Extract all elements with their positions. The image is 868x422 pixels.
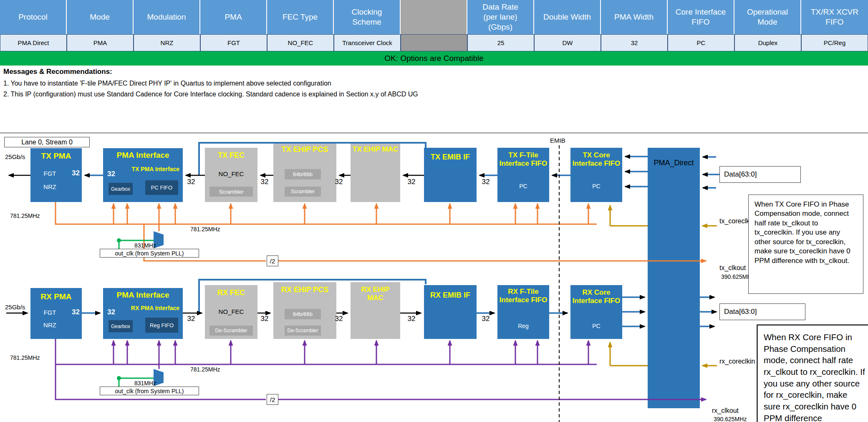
value-double-width[interactable]: DW <box>534 34 601 51</box>
rx-word-clock-freq-label-2: 781.25MHz <box>190 366 220 373</box>
header-fec-type: FEC Type <box>267 0 334 34</box>
tx-pc-fifo-box: PC FIFO <box>145 180 178 195</box>
rx-ftile-fifo-mode: Reg <box>497 323 549 329</box>
header-modulation: Modulation <box>134 0 200 34</box>
rx-pll-freq-label: 831MHz <box>134 380 156 387</box>
value-data-rate[interactable]: 25 <box>467 34 534 51</box>
rx-pma-interface-title: PMA Interface <box>103 291 183 300</box>
tx-word-clock-freq-label: 781.25MHz <box>10 212 40 219</box>
rx-divide-by-2-box: /2 <box>267 394 278 405</box>
tx-bus32-label-4: 32 <box>408 178 416 186</box>
pma-direct-block: PMA_Direct <box>648 148 700 408</box>
header-pma-width: PMA Width <box>601 0 668 34</box>
rx-bus32-label-1: 32 <box>187 315 195 323</box>
header-operational-mode: Operational Mode <box>734 0 801 34</box>
rx-word-clock-freq-label: 781.25MHz <box>10 354 40 361</box>
rx-out-clk-box: out_clk (from System PLL) <box>100 387 199 395</box>
header-core-interface-fifo: Core Interface FIFO <box>668 0 734 34</box>
tx-bus32-label-5: 32 <box>482 178 490 186</box>
rx-pma-interface-block: PMA Interface RX PMA Interface 32 Gearbo… <box>103 288 183 339</box>
tx-scrambler-box: Scrambler <box>209 187 253 197</box>
tx-ehip-pcs-block: TX EHIP PCS 64b/66b Scrambler <box>273 142 336 202</box>
rx-serial-rate-label: 25Gb/s <box>5 303 25 311</box>
tx-bus32-label-3: 32 <box>335 178 343 186</box>
tx-pma-mode: FGT <box>30 170 69 177</box>
value-fec-type[interactable]: NO_FEC <box>267 34 334 51</box>
tx-64b66b-box: 64b/66b <box>285 169 321 179</box>
rx-fec-mode: NO_FEC <box>205 308 257 315</box>
header-blank <box>401 0 467 34</box>
tx-ehip-mac-title: TX EHIP MAC <box>351 145 400 154</box>
tx-pma-title: TX PMA <box>30 152 82 161</box>
tx-fec-block: TX FEC NO_FEC Scrambler <box>205 148 257 202</box>
tx-core-fifo-title: TX Core Interface FIFO <box>570 151 622 168</box>
tx-emib-if-title: TX EMIB IF <box>424 153 477 162</box>
tx-pma-interface-block: PMA Interface TX PMA Interface 32 Gearbo… <box>103 148 183 202</box>
header-txrx-xcvr-fifo: TX/RX XCVR FIFO <box>801 0 868 34</box>
tx-serial-rate-label: 25Gb/s <box>5 153 25 160</box>
tx-divide-by-2-box: /2 <box>267 255 278 266</box>
rx-core-fifo-block: RX Core Interface FIFO PC <box>570 285 622 339</box>
tx-clkout-label: tx_clkout <box>719 264 746 272</box>
value-pma-width[interactable]: 32 <box>601 34 668 51</box>
tx-bus32-label-2: 32 <box>261 178 269 186</box>
rx-coreclkin-label: rx_coreclkin <box>719 358 755 365</box>
tx-core-fifo-block: TX Core Interface FIFO PC <box>570 148 622 202</box>
tx-pma-block: TX PMA FGT NRZ 32 <box>30 148 82 202</box>
rx-core-fifo-note: When RX Core FIFO in Phase Compensation … <box>757 324 868 422</box>
tx-data-box: Data[63:0] <box>719 166 801 183</box>
tx-gearbox-box: Gearbox <box>108 183 133 195</box>
value-protocol[interactable]: PMA Direct <box>0 34 67 51</box>
tx-bus32-label-1: 32 <box>187 178 195 186</box>
rx-ehip-mac-title: RX EHIP MAC <box>351 286 400 303</box>
value-txrx-xcvr-fifo[interactable]: PC/Reg <box>801 34 868 51</box>
value-core-interface-fifo[interactable]: PC <box>668 34 734 51</box>
config-table-value-row: PMA Direct PMA NRZ FGT NO_FEC Transceive… <box>0 34 868 51</box>
rx-fec-title: RX FEC <box>205 288 257 298</box>
value-pma[interactable]: FGT <box>200 34 267 51</box>
tx-ehip-mac-block: TX EHIP MAC <box>351 142 400 202</box>
rx-ehip-mac-block: RX EHIP MAC <box>351 282 400 339</box>
tx-out-clk-box: out_clk (from System PLL) <box>100 249 199 258</box>
rx-emib-if-title: RX EMIB IF <box>424 291 477 300</box>
rx-clkout-freq-label: 390.625MHz <box>714 416 747 422</box>
emib-label: EMIB <box>550 137 565 144</box>
message-item-2: 2. This IP (configuration) must use Stan… <box>3 91 418 98</box>
tx-pll-freq-label: 831MHz <box>134 242 156 249</box>
rx-pma-interface-bus-width: 32 <box>107 308 115 316</box>
rx-pma-modulation: NRZ <box>30 321 69 329</box>
rx-pma-title: RX PMA <box>30 292 82 302</box>
rx-pcs-descrambler-box: De-Scrambler <box>285 326 321 336</box>
rx-pma-interface-subtitle: RX PMA Interface <box>131 305 179 311</box>
tx-ftile-fifo-title: TX F-Tile Interface FIFO <box>497 151 549 168</box>
tx-core-fifo-note: When TX Core FIFO in Phase Compensation … <box>748 195 863 294</box>
tx-pma-modulation: NRZ <box>30 183 69 190</box>
tx-pma-interface-title: PMA Interface <box>103 151 183 160</box>
rx-ftile-fifo-block: RX F-Tile Interface FIFO Reg <box>497 285 549 339</box>
rx-64b66b-box: 64b/66b <box>285 309 321 319</box>
rx-bus32-label-3: 32 <box>335 315 343 323</box>
tx-emib-if-block: TX EMIB IF <box>424 148 477 202</box>
section-divider <box>0 133 868 133</box>
tx-word-clock-freq-label-2: 781.25MHz <box>190 226 220 232</box>
rx-core-fifo-mode: PC <box>570 323 622 329</box>
rx-gearbox-box: Gearbox <box>108 320 133 332</box>
rx-pma-block: RX PMA FGT NRZ 32 <box>30 288 82 339</box>
value-blank <box>401 34 467 51</box>
tx-core-fifo-mode: PC <box>570 183 622 190</box>
rx-bus32-label-2: 32 <box>261 315 269 323</box>
fgt-clocking-tool-page: Protocol Mode Modulation PMA FEC Type Cl… <box>0 0 868 422</box>
tx-pcs-scrambler-box: Scrambler <box>285 187 321 197</box>
tx-fec-title: TX FEC <box>205 151 257 160</box>
rx-bus32-label-5: 32 <box>482 315 490 323</box>
header-mode: Mode <box>67 0 134 34</box>
value-clocking-scheme[interactable]: Transceiver Clock <box>334 34 401 51</box>
messages-heading: Messages & Recommendations: <box>3 68 112 76</box>
rx-bus32-label-4: 32 <box>408 315 416 323</box>
lane-stream-label: Lane 0, Stream 0 <box>4 137 90 147</box>
tx-pma-interface-bus-width: 32 <box>107 170 115 178</box>
rx-ehip-pcs-title: RX EHIP PCS <box>273 286 336 295</box>
value-mode[interactable]: PMA <box>67 34 134 51</box>
value-operational-mode[interactable]: Duplex <box>734 34 801 51</box>
value-modulation[interactable]: NRZ <box>134 34 200 51</box>
